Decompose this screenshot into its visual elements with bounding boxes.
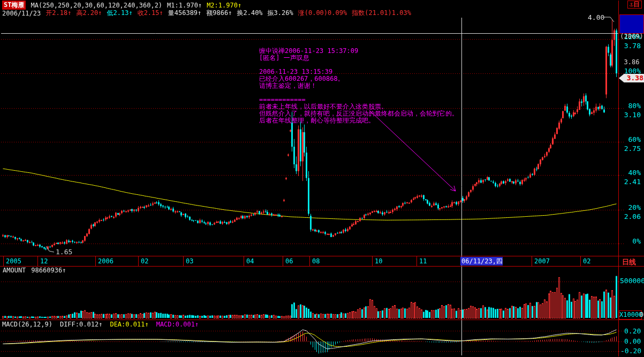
last-price-tag: 3.38 xyxy=(619,74,644,82)
date-tick-label: 12 xyxy=(40,257,48,265)
macd-dea-value: DEA:0.011↑ xyxy=(110,321,148,328)
crosshair-date-label: 06/11/23,四 xyxy=(460,257,503,265)
quote-turnover: 换2.40% xyxy=(237,9,262,18)
quote-volume: 量456389↑ xyxy=(168,9,202,18)
annotation-line: [匿名] 一声叹息 xyxy=(259,55,458,62)
date-axis-top-divider xyxy=(0,256,644,256)
macd-axis-top: 0.20 xyxy=(624,327,641,335)
price-axis-price-label: 2.41 xyxy=(609,178,641,186)
date-tick-label: 03 xyxy=(186,257,193,265)
macd-diff-value: DIFF:0.012↑ xyxy=(60,321,102,328)
date-tick-label: 2005 xyxy=(6,257,21,265)
crosshair-price-value: 3.86 xyxy=(620,58,643,66)
volume-panel-title: AMOUNT xyxy=(3,267,26,274)
crosshair-price-box: (2869) 3.86 xyxy=(619,14,644,34)
quote-change: 涨(0.00)0.09% xyxy=(298,9,347,18)
logo-day-label: 日 xyxy=(633,1,640,8)
date-tick-label: 04 xyxy=(246,257,254,265)
price-axis-price-label: 2.75 xyxy=(609,145,641,153)
price-axis-percent-label: 0% xyxy=(609,237,641,245)
quote-date: 2006/11/23 xyxy=(2,10,41,17)
date-tick-label: 2007 xyxy=(534,257,550,265)
volume-macd-divider xyxy=(0,320,644,320)
date-tick-label: 02 xyxy=(141,257,148,265)
date-tick-label: 10 xyxy=(375,257,382,265)
app-logo[interactable]: ⚓日 xyxy=(627,1,642,9)
ma-settings-label: MA(250,250,20,30,60,120,240,360,2) xyxy=(31,2,162,9)
macd-axis-zero: 0.00 xyxy=(624,337,641,345)
price-axis-price-label: 2.06 xyxy=(609,212,641,221)
quote-low: 低2.13↑ xyxy=(107,9,133,18)
volume-unit-label: X10000 xyxy=(619,310,642,320)
quote-amplitude: 振3.26% xyxy=(268,9,293,18)
ma1-value: M1:1.970↑ xyxy=(167,2,202,9)
macd-header: MACD(26,12,9) DIFF:0.012↑ DEA:0.011↑ MAC… xyxy=(2,321,199,328)
volume-panel-value: 98660936↑ xyxy=(31,267,66,274)
annotation-overlay: 缠中说禅2006-11-23 15:37:09[匿名] 一声叹息2006-11-… xyxy=(259,34,458,138)
low-price-callout: 1.65 xyxy=(56,248,72,256)
price-axis-price-label: 3.10 xyxy=(609,111,641,119)
high-price-callout: 4.00 xyxy=(588,13,604,21)
date-tick-label: 08 xyxy=(312,257,320,265)
crosshair-bar-count: (2869) xyxy=(620,32,643,41)
macd-settings-label: MACD(26,12,9) xyxy=(2,321,52,328)
volume-header: AMOUNT 98660936↑ xyxy=(3,267,66,274)
ma2-value: M2:1.970↑ xyxy=(207,2,241,9)
quote-index-change: 指数(21.01)1.03% xyxy=(352,9,411,18)
period-label[interactable]: 日线 xyxy=(622,257,636,267)
stock-chart-window: ST梅雁 MA(250,250,20,30,60,120,240,360,2) … xyxy=(0,0,644,357)
quote-amount: 额9866↑ xyxy=(206,9,232,18)
date-tick-label: 2006 xyxy=(98,257,113,265)
date-tick-label: 06 xyxy=(285,257,293,265)
price-axis-percent-label: 60% xyxy=(609,135,641,143)
quote-header: 2006/11/23 开2.18↑ 高2.20↑ 低2.13↑ 收2.15↑ 量… xyxy=(2,9,411,18)
price-axis-percent-label: 40% xyxy=(609,169,641,177)
quote-close: 收2.15↑ xyxy=(138,9,163,18)
date-tick-label: 11 xyxy=(419,257,427,265)
annotation-line: 请博主鉴定，谢谢！ xyxy=(259,82,458,89)
quote-high: 高2.20↑ xyxy=(76,9,102,18)
date-axis-bottom-divider xyxy=(0,266,644,267)
annotation-text: 缠中说禅2006-11-23 15:37:09[匿名] 一声叹息2006-11-… xyxy=(259,48,458,124)
volume-zero-label: 0 xyxy=(640,311,643,318)
macd-value: MACD:0.001↑ xyxy=(156,321,199,328)
date-tick-label: 02 xyxy=(583,257,590,265)
volume-scale-label: 500000 xyxy=(620,277,644,285)
macd-axis-bottom: -0.20 xyxy=(620,347,641,355)
annotation-line: 后者在年线整理，耐心等待整理完成吧。 xyxy=(259,117,458,124)
price-axis-percent-label: 80% xyxy=(609,102,641,110)
price-axis-percent-label: 20% xyxy=(609,203,641,211)
quote-open: 开2.18↑ xyxy=(46,9,71,18)
anchor-icon: ⚓ xyxy=(630,1,633,8)
